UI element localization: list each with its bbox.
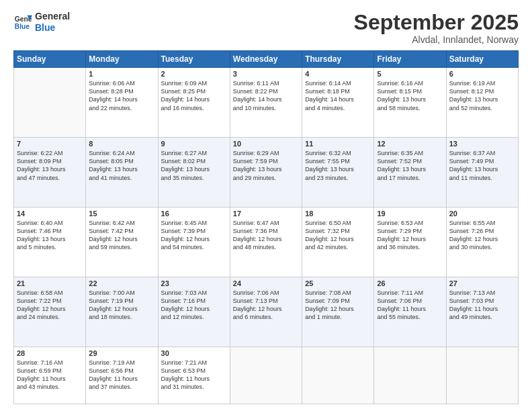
col-friday: Friday [374,51,446,68]
calendar-header-row: Sunday Monday Tuesday Wednesday Thursday… [14,51,519,68]
day-number: 9 [161,140,227,148]
day-number: 1 [89,70,154,78]
day-content: Sunrise: 6:29 AM Sunset: 7:59 PM Dayligh… [233,149,299,182]
table-cell: 11Sunrise: 6:32 AM Sunset: 7:55 PM Dayli… [302,138,374,208]
table-cell: 5Sunrise: 6:16 AM Sunset: 8:15 PM Daylig… [374,68,446,138]
col-wednesday: Wednesday [230,51,302,68]
calendar-week-row: 14Sunrise: 6:40 AM Sunset: 7:46 PM Dayli… [14,208,519,277]
day-content: Sunrise: 7:16 AM Sunset: 6:59 PM Dayligh… [17,359,83,392]
table-cell: 2Sunrise: 6:09 AM Sunset: 8:25 PM Daylig… [158,68,230,138]
table-cell: 18Sunrise: 6:50 AM Sunset: 7:32 PM Dayli… [302,208,374,277]
logo: General Blue General Blue [13,11,70,34]
table-cell: 30Sunrise: 7:21 AM Sunset: 6:53 PM Dayli… [158,347,230,404]
day-number: 15 [89,210,154,218]
day-content: Sunrise: 6:53 AM Sunset: 7:29 PM Dayligh… [377,219,443,252]
month-title: September 2025 [354,11,519,34]
table-cell: 8Sunrise: 6:24 AM Sunset: 8:05 PM Daylig… [86,138,158,208]
table-cell: 15Sunrise: 6:42 AM Sunset: 7:42 PM Dayli… [86,208,158,277]
day-content: Sunrise: 6:45 AM Sunset: 7:39 PM Dayligh… [161,219,227,252]
table-cell: 20Sunrise: 6:55 AM Sunset: 7:26 PM Dayli… [446,208,518,277]
col-saturday: Saturday [446,51,518,68]
day-content: Sunrise: 6:58 AM Sunset: 7:22 PM Dayligh… [17,289,83,322]
day-number: 7 [17,140,83,148]
day-content: Sunrise: 7:00 AM Sunset: 7:19 PM Dayligh… [89,289,154,322]
day-content: Sunrise: 6:35 AM Sunset: 7:52 PM Dayligh… [377,149,443,182]
table-cell: 26Sunrise: 7:11 AM Sunset: 7:06 PM Dayli… [374,277,446,347]
day-number: 28 [17,349,83,357]
header: General Blue General Blue September 2025… [13,11,519,45]
table-cell [14,68,86,138]
calendar-week-row: 21Sunrise: 6:58 AM Sunset: 7:22 PM Dayli… [14,277,519,347]
day-content: Sunrise: 7:19 AM Sunset: 6:56 PM Dayligh… [89,359,154,392]
day-content: Sunrise: 7:11 AM Sunset: 7:06 PM Dayligh… [377,289,443,322]
day-number: 14 [17,210,83,218]
day-content: Sunrise: 6:06 AM Sunset: 8:28 PM Dayligh… [89,79,154,112]
logo-text-blue: Blue [35,22,70,34]
day-number: 23 [161,279,227,287]
table-cell: 12Sunrise: 6:35 AM Sunset: 7:52 PM Dayli… [374,138,446,208]
calendar-week-row: 28Sunrise: 7:16 AM Sunset: 6:59 PM Dayli… [14,347,519,404]
day-content: Sunrise: 6:40 AM Sunset: 7:46 PM Dayligh… [17,219,83,252]
day-number: 18 [305,210,371,218]
day-content: Sunrise: 6:42 AM Sunset: 7:42 PM Dayligh… [89,219,154,252]
day-number: 3 [233,70,299,78]
table-cell: 23Sunrise: 7:03 AM Sunset: 7:16 PM Dayli… [158,277,230,347]
day-content: Sunrise: 6:37 AM Sunset: 7:49 PM Dayligh… [449,149,515,182]
table-cell: 19Sunrise: 6:53 AM Sunset: 7:29 PM Dayli… [374,208,446,277]
day-content: Sunrise: 6:11 AM Sunset: 8:22 PM Dayligh… [233,79,299,112]
day-content: Sunrise: 7:06 AM Sunset: 7:13 PM Dayligh… [233,289,299,322]
day-number: 19 [377,210,443,218]
day-number: 13 [449,140,515,148]
table-cell: 17Sunrise: 6:47 AM Sunset: 7:36 PM Dayli… [230,208,302,277]
table-cell: 9Sunrise: 6:27 AM Sunset: 8:02 PM Daylig… [158,138,230,208]
day-number: 6 [449,70,515,78]
day-number: 2 [161,70,227,78]
day-content: Sunrise: 7:08 AM Sunset: 7:09 PM Dayligh… [305,289,371,322]
day-number: 17 [233,210,299,218]
table-cell: 6Sunrise: 6:19 AM Sunset: 8:12 PM Daylig… [446,68,518,138]
svg-text:Blue: Blue [15,23,30,30]
day-number: 27 [449,279,515,287]
day-content: Sunrise: 7:21 AM Sunset: 6:53 PM Dayligh… [161,359,227,392]
table-cell: 22Sunrise: 7:00 AM Sunset: 7:19 PM Dayli… [86,277,158,347]
col-monday: Monday [86,51,158,68]
table-cell: 24Sunrise: 7:06 AM Sunset: 7:13 PM Dayli… [230,277,302,347]
day-number: 4 [305,70,371,78]
col-thursday: Thursday [302,51,374,68]
table-cell: 3Sunrise: 6:11 AM Sunset: 8:22 PM Daylig… [230,68,302,138]
calendar-table: Sunday Monday Tuesday Wednesday Thursday… [13,50,519,404]
day-number: 10 [233,140,299,148]
day-number: 26 [377,279,443,287]
table-cell: 10Sunrise: 6:29 AM Sunset: 7:59 PM Dayli… [230,138,302,208]
table-cell [446,347,518,404]
day-content: Sunrise: 6:16 AM Sunset: 8:15 PM Dayligh… [377,79,443,112]
table-cell: 14Sunrise: 6:40 AM Sunset: 7:46 PM Dayli… [14,208,86,277]
table-cell: 7Sunrise: 6:22 AM Sunset: 8:09 PM Daylig… [14,138,86,208]
calendar-week-row: 7Sunrise: 6:22 AM Sunset: 8:09 PM Daylig… [14,138,519,208]
col-tuesday: Tuesday [158,51,230,68]
day-content: Sunrise: 6:24 AM Sunset: 8:05 PM Dayligh… [89,149,154,182]
day-content: Sunrise: 6:55 AM Sunset: 7:26 PM Dayligh… [449,219,515,252]
day-number: 5 [377,70,443,78]
table-cell [302,347,374,404]
table-cell [230,347,302,404]
day-content: Sunrise: 6:47 AM Sunset: 7:36 PM Dayligh… [233,219,299,252]
logo-icon: General Blue [13,13,32,32]
day-content: Sunrise: 6:50 AM Sunset: 7:32 PM Dayligh… [305,219,371,252]
table-cell: 16Sunrise: 6:45 AM Sunset: 7:39 PM Dayli… [158,208,230,277]
day-content: Sunrise: 6:27 AM Sunset: 8:02 PM Dayligh… [161,149,227,182]
calendar-week-row: 1Sunrise: 6:06 AM Sunset: 8:28 PM Daylig… [14,68,519,138]
day-number: 24 [233,279,299,287]
day-number: 16 [161,210,227,218]
day-content: Sunrise: 6:32 AM Sunset: 7:55 PM Dayligh… [305,149,371,182]
table-cell: 13Sunrise: 6:37 AM Sunset: 7:49 PM Dayli… [446,138,518,208]
day-number: 12 [377,140,443,148]
table-cell [374,347,446,404]
day-content: Sunrise: 7:03 AM Sunset: 7:16 PM Dayligh… [161,289,227,322]
table-cell: 21Sunrise: 6:58 AM Sunset: 7:22 PM Dayli… [14,277,86,347]
table-cell: 28Sunrise: 7:16 AM Sunset: 6:59 PM Dayli… [14,347,86,404]
table-cell: 27Sunrise: 7:13 AM Sunset: 7:03 PM Dayli… [446,277,518,347]
day-number: 25 [305,279,371,287]
day-content: Sunrise: 7:13 AM Sunset: 7:03 PM Dayligh… [449,289,515,322]
day-content: Sunrise: 6:09 AM Sunset: 8:25 PM Dayligh… [161,79,227,112]
